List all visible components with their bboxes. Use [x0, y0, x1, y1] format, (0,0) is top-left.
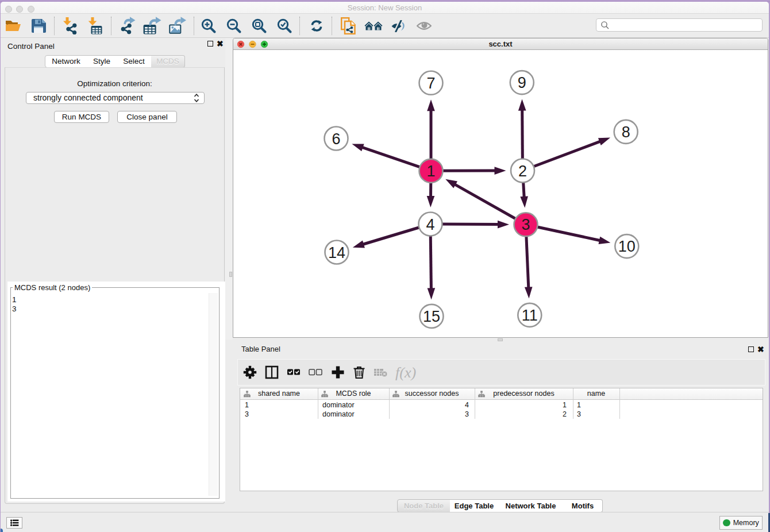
svg-text:2: 2 [518, 163, 527, 180]
svg-text:11: 11 [522, 307, 538, 324]
svg-text:10: 10 [618, 238, 636, 255]
svg-text:4: 4 [426, 216, 434, 233]
svg-text:6: 6 [332, 130, 340, 148]
svg-text:15: 15 [423, 308, 440, 325]
svg-text:7: 7 [426, 75, 435, 92]
svg-text:8: 8 [622, 124, 630, 141]
svg-text:1: 1 [426, 163, 435, 180]
svg-text:3: 3 [521, 216, 530, 233]
svg-text:f(x): f(x) [395, 364, 416, 381]
svg-text:9: 9 [518, 74, 526, 91]
svg-text:14: 14 [328, 244, 345, 261]
